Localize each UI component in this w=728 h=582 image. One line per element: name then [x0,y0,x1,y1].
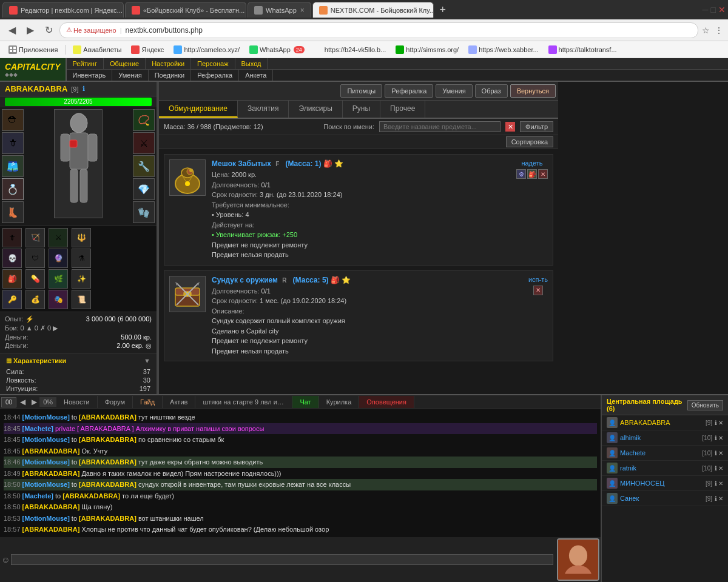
user-close-icon-machete[interactable]: ✕ [718,450,723,457]
bookmark-yandex[interactable]: Яндекс [127,44,167,55]
small-slot-13[interactable]: 🔑 [2,290,22,309]
small-slot-6[interactable]: 🛡 [25,249,45,268]
user-info-icon-abrakadabra[interactable]: ℹ [715,420,717,426]
sort-button[interactable]: Сортировка [506,136,553,147]
nav-referral[interactable]: Рефералка [191,70,239,81]
chat-tab-forum[interactable]: Форум [98,396,133,408]
chat-nav-right[interactable]: ▶ [29,395,39,409]
eq-slot-ring1[interactable]: 💍 [2,178,24,200]
equip-action-label[interactable]: надеть [521,159,542,167]
eq-slot-amulet[interactable]: 📿 [133,109,155,131]
chat-input[interactable] [11,554,553,565]
nav-settings[interactable]: Настройки [146,58,191,69]
pets-button[interactable]: Питомцы [340,84,382,98]
new-tab-button[interactable]: + [435,2,451,18]
username-sanek[interactable]: Санек [620,495,703,502]
small-slot-5[interactable]: 💀 [2,249,22,268]
attr-collapse-icon[interactable]: ▼ [144,357,150,365]
chat-tab-notices[interactable]: Оповещения [359,396,414,408]
bookmark-cameleo[interactable]: http://cameleo.xyz/ [170,44,243,55]
bookmark-apps[interactable]: Приложения [5,44,61,55]
username-minonosets[interactable]: МИНОНОСЕЦ [620,480,703,487]
tab-whatsapp[interactable]: WhatsApp × [248,2,311,18]
small-slot-9[interactable]: 🎒 [2,269,22,289]
small-slot-7[interactable]: 🔮 [49,249,68,268]
use-action-label[interactable]: исп-ть [528,276,548,283]
forward-button[interactable]: ▶ [23,23,38,38]
chat-tab-start9[interactable]: штяки на старте 9 лвл и т.д станда... [195,396,292,408]
eq-slot-weapon-left[interactable]: 🗡 [2,132,24,154]
inv-tab-other[interactable]: Прочее [380,101,425,118]
eq-slot-weapon-right[interactable]: ⚔ [133,132,155,154]
small-slot-3[interactable]: ⚔ [49,228,68,247]
search-clear-button[interactable]: ✕ [505,122,515,132]
eq-slot-ring2[interactable]: 💎 [133,178,155,200]
user-close-icon-alhimik[interactable]: ✕ [718,435,723,441]
small-slot-1[interactable]: 🗡 [2,228,22,247]
inv-tab-equipment[interactable]: Обмундирование [159,101,238,118]
small-slot-2[interactable]: 🏹 [25,228,45,247]
bookmark-whatsapp[interactable]: WhatsApp 24 [246,44,308,55]
chat-emoji-icon[interactable]: ☺ [1,555,10,564]
filter-button[interactable]: Фильтр [520,121,553,132]
menu-button[interactable]: ⋮ [715,25,723,35]
gear-action-icon[interactable]: ⚙ [516,169,526,179]
small-slot-10[interactable]: 💊 [25,269,45,289]
small-slot-11[interactable]: 🌿 [49,269,68,289]
back-button[interactable]: ◀ [5,23,19,38]
inv-tab-elixirs[interactable]: Эликсиры [289,101,342,118]
username-ratnik[interactable]: ratnik [620,464,699,472]
tab-bk[interactable]: «Бойцовский Клуб» - Бесплатн... × [125,2,246,18]
update-online-button[interactable]: Обновить [687,400,723,410]
inv-tab-spells[interactable]: Заклятия [238,101,289,118]
reload-button[interactable]: ↻ [41,23,56,38]
nav-profile[interactable]: Анкета [239,70,273,81]
tab-close-whatsapp[interactable]: × [300,6,305,15]
minimize-button[interactable]: ─ [703,5,709,15]
user-info-icon-sanek[interactable]: ℹ [715,495,717,502]
close-window-button[interactable]: ✕ [718,5,726,15]
appearance-button[interactable]: Образ [475,84,508,98]
chat-tab-smoking[interactable]: Курилка [319,396,360,408]
referral-button[interactable]: Рефералка [385,84,433,98]
eq-slot-gloves[interactable]: 🧤 [133,201,155,223]
bookmark-talktotransf[interactable]: https://talktotransf... [545,44,621,55]
small-slot-15[interactable]: 🎭 [49,290,68,309]
chat-tab-activ[interactable]: Актив [163,396,195,408]
eq-slot-helmet[interactable]: ⛑ [2,109,24,131]
user-close-icon-ratnik[interactable]: ✕ [718,465,723,472]
eq-slot-legs[interactable]: 🩳 [2,155,24,177]
bookmark-xabber[interactable]: https://web.xabber... [465,44,542,55]
search-input[interactable] [379,121,500,132]
chat-tab-news[interactable]: Новости [56,396,98,408]
user-info-icon-ratnik[interactable]: ℹ [715,465,717,472]
nav-communication[interactable]: Общение [104,58,146,69]
small-slot-14[interactable]: 💰 [25,290,45,309]
nav-inventory[interactable]: Инвентарь [67,70,113,81]
tab-editor[interactable]: Редактор | nextbk.com | Яндекс... × [2,2,124,18]
small-slot-4[interactable]: 🔱 [72,228,91,247]
bag-action-icon[interactable]: 🎒 [527,169,537,179]
user-close-icon-minonosets[interactable]: ✕ [718,480,723,487]
small-slot-16[interactable]: 📜 [72,290,91,309]
bookmark-b24[interactable]: https://b24-vk5llo.b... [311,44,390,55]
inv-tab-runes[interactable]: Руны [343,101,380,118]
nav-exit[interactable]: Выход [235,58,268,69]
small-slot-8[interactable]: ⚗ [72,249,91,268]
nav-character[interactable]: Персонаж [191,58,235,69]
user-info-icon-machete[interactable]: ℹ [715,450,717,457]
skills-button[interactable]: Умения [436,84,472,98]
eq-slot-belt[interactable]: 🔧 [133,155,155,177]
delete-action-icon[interactable]: ✕ [538,169,548,179]
chat-nav-left[interactable]: ◀ [18,395,28,409]
char-info-icon[interactable]: ℹ [83,85,85,93]
delete-action-icon-chest[interactable]: ✕ [533,286,543,295]
chat-tab-guide[interactable]: Гайд [133,396,163,408]
user-info-icon-minonosets[interactable]: ℹ [715,480,717,487]
back-to-button[interactable]: Вернуться [510,84,556,98]
user-close-icon-abrakadabra[interactable]: ✕ [718,420,723,426]
bookmark-star-button[interactable]: ☆ [702,25,710,35]
user-info-icon-alhimik[interactable]: ℹ [715,435,717,441]
username-abrakadabra[interactable]: ABRAKADABRA [620,419,703,426]
address-bar[interactable]: ⚠ Не защищено | nextbk.com/buttons.php [59,22,698,38]
